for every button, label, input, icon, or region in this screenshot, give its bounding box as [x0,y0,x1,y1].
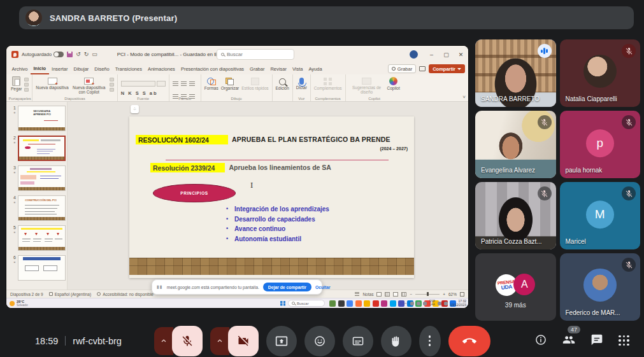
autosave-toggle[interactable]: Autoguardado [22,52,64,57]
copy-icon[interactable] [24,83,29,87]
reactions-button[interactable] [304,326,335,356]
participant-tile[interactable]: ppaula hornak [560,111,641,178]
addins-button[interactable]: Complementos [314,76,342,90]
menu-item-inicio[interactable]: Inicio [31,64,49,74]
participants-button[interactable]: 47 [562,333,575,349]
selection-tool-button[interactable]: ⁘ [131,105,139,113]
design-ideas-button[interactable]: Sugerencias de diseño [349,76,385,94]
slideshow-view-icon[interactable] [401,292,406,297]
slide-2[interactable]: RESOLUCIÓN 1602/24APRUEBA EL PLAN ESTRAT… [129,116,414,278]
taskbar-app-icon[interactable] [347,300,353,307]
slide-thumbnail-1[interactable]: SECUNDARIA APRENDE PCI [18,106,66,131]
wifi-icon[interactable] [438,302,441,305]
volume-icon[interactable] [444,302,448,305]
font-size-select[interactable] [157,81,166,87]
paste-button[interactable]: Pegar [11,76,22,91]
participant-tile[interactable]: Federico de MAR... [560,253,641,321]
resolution-2-title[interactable]: Resolución 2339/24Aprueba los lineamient… [150,164,331,171]
hide-toast-button[interactable]: Ocultar [315,285,331,290]
more-options-button[interactable] [419,326,441,356]
taskbar-search[interactable]: Buscar [288,300,325,307]
activities-button[interactable] [619,335,630,347]
weather-widget[interactable]: 28°C Soleado [6,300,28,307]
fit-to-window-icon[interactable] [460,292,464,297]
participant-tile[interactable]: Evangelina Alvarez [475,111,556,178]
format-painter-icon[interactable] [24,88,29,92]
compartir-button[interactable]: Compartir [429,64,465,73]
taskbar-app-icon[interactable] [355,300,362,307]
menu-item-dibujar[interactable]: Dibujar [71,64,92,74]
collapse-ribbon-icon[interactable]: ˅ [462,94,466,100]
tray-icon[interactable] [423,302,427,305]
keyboard-language[interactable]: ESP LAA [429,300,435,306]
font-style-buttons[interactable]: N K S S ab [121,90,166,96]
menu-item-animaciones[interactable]: Animaciones [145,64,178,74]
tray-icon[interactable] [410,302,414,305]
menu-item-transiciones[interactable]: Transiciones [112,64,145,74]
quick-styles-button[interactable]: Estilos rápidos [241,76,268,90]
taskbar-app-icon[interactable] [390,300,396,307]
participant-tile[interactable]: SANDRA BARRETO [475,39,556,107]
mic-mute-button[interactable] [172,326,203,356]
new-slide-copilot-button[interactable]: Nueva diapositiva con Copilot [71,76,107,94]
taskbar-app-icon[interactable] [381,300,387,307]
shapes-button[interactable]: Formas [204,76,218,90]
slide-thumbnail-6[interactable] [18,255,66,281]
reading-view-icon[interactable] [393,292,398,297]
font-family-select[interactable] [121,81,155,87]
tray-icon[interactable] [417,302,420,305]
slide-bullet-list[interactable]: Integración de los aprendizajesDesarroll… [226,204,329,244]
participant-tile[interactable]: Natalia Ciapparelli [560,39,641,107]
numbered-list-icon[interactable] [181,81,187,87]
participant-tile[interactable]: Patricia Cozza Bazt... [475,182,556,249]
resolution-1-title[interactable]: RESOLUCIÓN 1602/24APRUEBA EL PLAN ESTRAT… [136,136,390,143]
zoom-level[interactable]: 62% [448,292,457,297]
slide-thumbnail-3[interactable] [18,165,66,191]
cut-icon[interactable] [24,78,29,81]
mic-options-button[interactable] [154,327,173,355]
menu-item-revisar[interactable]: Revisar [268,64,289,74]
menu-item-insertar[interactable]: Insertar [49,64,71,74]
save-icon[interactable] [67,52,73,57]
taskbar-app-icon[interactable] [373,300,379,307]
minimize-button[interactable]: – [424,46,439,63]
slide-thumbnail-2[interactable] [18,136,66,161]
menu-item-vista[interactable]: Vista [289,64,306,74]
present-button[interactable] [266,326,297,356]
taskbar-app-icon[interactable] [364,300,370,307]
stop-sharing-button[interactable]: Dejar de compartir [263,283,311,291]
taskbar-app-icon[interactable] [338,300,345,307]
copilot-button[interactable]: Copilot [387,76,400,90]
slideshow-icon[interactable]: ▭ [92,52,97,57]
new-slide-button[interactable]: Nueva diapositiva [36,76,68,90]
windows-start-button[interactable] [280,301,285,306]
notes-label[interactable]: Notas [362,292,373,297]
maximize-button[interactable]: ▢ [439,46,454,63]
participant-tile[interactable]: PRENSAUDAA39 más [475,253,556,321]
slide-sorter-icon[interactable] [385,292,390,297]
undo-icon[interactable]: ↺ [76,52,81,57]
bullet-list-icon[interactable] [173,81,178,87]
principios-ellipse[interactable]: PRINCIPIOS [153,184,236,202]
close-button[interactable]: ✕ [454,46,468,63]
arrange-button[interactable]: Organizar [221,76,240,90]
captions-button[interactable] [343,326,373,356]
accessibility-label[interactable]: Accesibilidad: no disponible [103,292,154,297]
menu-item-ayuda[interactable]: Ayuda [306,64,325,74]
camera-off-button[interactable] [228,326,259,356]
normal-view-icon[interactable] [376,292,382,297]
slide-thumbnail-4[interactable]: CONSTRUCCIÓN DEL PCI [18,195,66,221]
menu-item-grabar[interactable]: Grabar [247,64,268,74]
taskbar-clock[interactable]: 17:32 13/12/2023 [450,300,466,307]
menu-item-diseño[interactable]: Diseño [92,64,112,74]
tray-chevron-icon[interactable]: ︿ [404,300,408,306]
camera-options-button[interactable] [210,327,229,355]
language-label[interactable]: Español (Argentina) [55,292,91,297]
raise-hand-button[interactable] [381,326,411,356]
menu-item-archivo[interactable]: Archivo [9,64,31,74]
slide-thumbnail-5[interactable] [18,225,66,251]
section-icon[interactable] [110,88,114,92]
participant-tile[interactable]: MMaricel [560,182,641,249]
reset-icon[interactable] [110,83,114,87]
indent-icon[interactable] [189,81,195,87]
